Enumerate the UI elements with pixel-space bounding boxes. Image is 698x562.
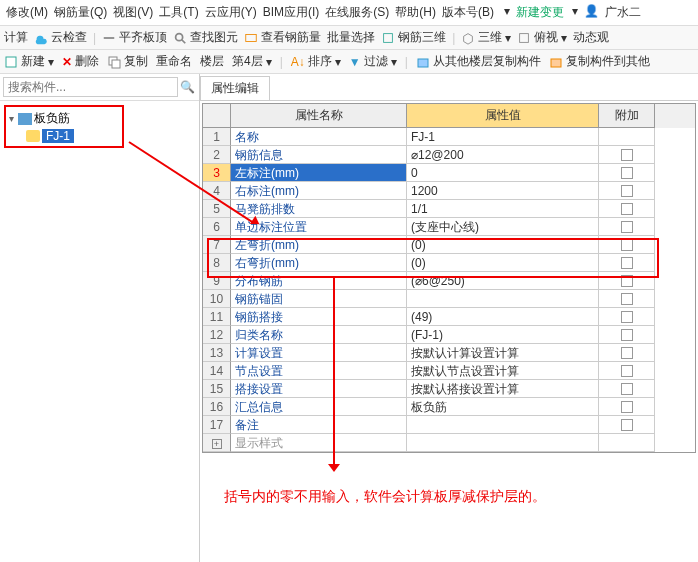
checkbox[interactable]: [621, 401, 633, 413]
grid-row[interactable]: 10钢筋锚固: [203, 290, 695, 308]
checkbox[interactable]: [621, 419, 633, 431]
prop-value[interactable]: [407, 290, 599, 308]
sort-button[interactable]: A↓ 排序 ▾: [291, 53, 341, 70]
menu-rebar[interactable]: 钢筋量(Q): [52, 3, 109, 22]
checkbox[interactable]: [621, 311, 633, 323]
checkbox[interactable]: [621, 383, 633, 395]
grid-row[interactable]: 14节点设置按默认节点设置计算: [203, 362, 695, 380]
prop-extra[interactable]: [599, 236, 655, 254]
checkbox[interactable]: [621, 149, 633, 161]
tree-node-fj1[interactable]: FJ-1: [6, 128, 120, 144]
prop-value[interactable]: 1200: [407, 182, 599, 200]
tree-node-slab-neg[interactable]: ▾ 板负筋: [6, 109, 120, 128]
grid-row[interactable]: 3左标注(mm)0: [203, 164, 695, 182]
menu-newchange[interactable]: 新建变更: [514, 3, 566, 22]
grid-row[interactable]: 5马凳筋排数1/1: [203, 200, 695, 218]
prop-value[interactable]: 0: [407, 164, 599, 182]
grid-row[interactable]: 4右标注(mm)1200: [203, 182, 695, 200]
grid-row[interactable]: 12归类名称(FJ-1): [203, 326, 695, 344]
prop-value[interactable]: (0): [407, 254, 599, 272]
search-icon[interactable]: 🔍: [178, 80, 196, 94]
prop-extra[interactable]: [599, 164, 655, 182]
floor-select[interactable]: 第4层 ▾: [232, 53, 272, 70]
grid-row[interactable]: 6单边标注位置(支座中心线): [203, 218, 695, 236]
view-rebar-button[interactable]: 查看钢筋量: [244, 29, 321, 46]
grid-row[interactable]: 11钢筋搭接(49): [203, 308, 695, 326]
find-button[interactable]: 查找图元: [173, 29, 238, 46]
grid-row[interactable]: + 18显示样式: [203, 434, 695, 452]
batch-select-button[interactable]: 批量选择: [327, 29, 375, 46]
grid-row[interactable]: 17备注: [203, 416, 695, 434]
prop-value[interactable]: (支座中心线): [407, 218, 599, 236]
prop-extra[interactable]: [599, 200, 655, 218]
grid-row[interactable]: 9分布钢筋(⌀6@250): [203, 272, 695, 290]
prop-extra[interactable]: [599, 362, 655, 380]
prop-extra[interactable]: [599, 290, 655, 308]
prop-extra[interactable]: [599, 308, 655, 326]
menu-bim[interactable]: BIM应用(I): [261, 3, 322, 22]
prop-value[interactable]: ⌀12@200: [407, 146, 599, 164]
prop-extra[interactable]: [599, 380, 655, 398]
prop-value[interactable]: [407, 416, 599, 434]
checkbox[interactable]: [621, 347, 633, 359]
menu-user[interactable]: 广水二: [603, 3, 643, 22]
grid-row[interactable]: 15搭接设置按默认搭接设置计算: [203, 380, 695, 398]
checkbox[interactable]: [621, 365, 633, 377]
grid-row[interactable]: 8右弯折(mm)(0): [203, 254, 695, 272]
flat-top-button[interactable]: 平齐板顶: [102, 29, 167, 46]
new-button[interactable]: 新建 ▾: [4, 53, 54, 70]
grid-row[interactable]: 13计算设置按默认计算设置计算: [203, 344, 695, 362]
menu-view[interactable]: 视图(V): [111, 3, 155, 22]
search-input[interactable]: [3, 77, 178, 97]
prop-extra[interactable]: [599, 272, 655, 290]
prop-value[interactable]: (49): [407, 308, 599, 326]
filter-button[interactable]: ▼ 过滤 ▾: [349, 53, 397, 70]
collapse-icon[interactable]: ▾: [6, 113, 16, 124]
menu-help[interactable]: 帮助(H): [393, 3, 438, 22]
prop-value[interactable]: [407, 434, 599, 452]
grid-row[interactable]: 16汇总信息板负筋: [203, 398, 695, 416]
checkbox[interactable]: [621, 239, 633, 251]
prop-value[interactable]: 按默认计算设置计算: [407, 344, 599, 362]
prop-extra[interactable]: [599, 326, 655, 344]
delete-button[interactable]: ✕ 删除: [62, 53, 99, 70]
menu-cloud[interactable]: 云应用(Y): [203, 3, 259, 22]
prop-extra[interactable]: [599, 182, 655, 200]
checkbox[interactable]: [621, 185, 633, 197]
rebar-3d-button[interactable]: 钢筋三维: [381, 29, 446, 46]
3d-button[interactable]: 三维 ▾: [461, 29, 511, 46]
prop-value[interactable]: (FJ-1): [407, 326, 599, 344]
copy-from-button[interactable]: 从其他楼层复制构件: [416, 53, 541, 70]
checkbox[interactable]: [621, 329, 633, 341]
prop-value[interactable]: 1/1: [407, 200, 599, 218]
prop-extra[interactable]: [599, 128, 655, 146]
checkbox[interactable]: [621, 203, 633, 215]
prop-extra[interactable]: [599, 218, 655, 236]
component-tree[interactable]: ▾ 板负筋 FJ-1: [0, 101, 199, 152]
user-icon[interactable]: 👤: [582, 3, 601, 22]
checkbox[interactable]: [621, 221, 633, 233]
checkbox[interactable]: [621, 257, 633, 269]
prop-extra[interactable]: [599, 146, 655, 164]
menu-modify[interactable]: 修改(M): [4, 3, 50, 22]
prop-value[interactable]: 按默认节点设置计算: [407, 362, 599, 380]
prop-extra[interactable]: [599, 398, 655, 416]
top-view-button[interactable]: 俯视 ▾: [517, 29, 567, 46]
prop-value[interactable]: (0): [407, 236, 599, 254]
expand-icon[interactable]: +: [212, 439, 222, 449]
grid-row[interactable]: 7左弯折(mm)(0): [203, 236, 695, 254]
prop-extra[interactable]: [599, 416, 655, 434]
grid-row[interactable]: 1名称FJ-1: [203, 128, 695, 146]
rename-button[interactable]: 重命名: [156, 53, 192, 70]
menu-version[interactable]: 版本号(B): [440, 3, 496, 22]
menu-online[interactable]: 在线服务(S): [323, 3, 391, 22]
tab-property-edit[interactable]: 属性编辑: [200, 76, 270, 100]
calc-button[interactable]: 计算: [4, 29, 28, 46]
prop-extra[interactable]: [599, 254, 655, 272]
prop-value[interactable]: 板负筋: [407, 398, 599, 416]
menu-tool[interactable]: 工具(T): [157, 3, 200, 22]
checkbox[interactable]: [621, 293, 633, 305]
checkbox[interactable]: [621, 275, 633, 287]
prop-extra[interactable]: [599, 344, 655, 362]
cloud-check-button[interactable]: 云检查: [34, 29, 87, 46]
